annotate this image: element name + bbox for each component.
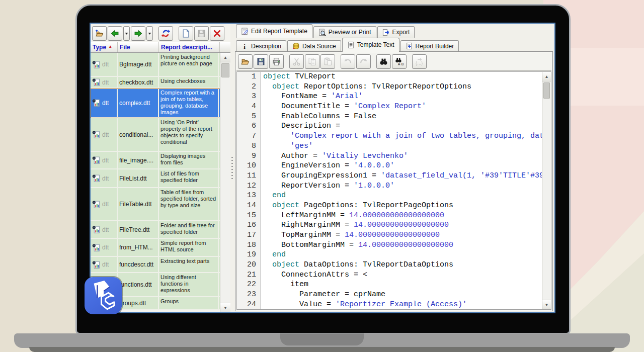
tab-label: Export (392, 29, 410, 36)
file-row-complex-dtt[interactable]: dttcomplex.dttComplex report with a join… (91, 89, 220, 118)
file-row-from-htm-[interactable]: dttfrom_HTM...Simple report from HTML so… (91, 239, 220, 257)
code-line: 9 Author = 'Vitaliy Levchenko' (237, 151, 551, 161)
code-line: 20 object DataOptions: TvlReportDataOpti… (237, 260, 551, 270)
tab-preview-or-print[interactable]: Preview or Print (313, 26, 376, 38)
tab-export[interactable]: Export (377, 26, 415, 38)
file-row-funcdescr-dtt[interactable]: dttfuncdescr.dttExtracting text parts (91, 257, 220, 273)
undo-button (341, 54, 355, 69)
template-text-icon (347, 41, 355, 49)
file-table-scrollbar[interactable]: ▲ ▼ (220, 53, 230, 312)
file-row-file-image-[interactable]: dttfile_image....Displaying images from … (91, 152, 220, 169)
tab-template-text[interactable]: Template Text (342, 38, 399, 52)
pc-logo-icon (85, 277, 122, 314)
refresh-button[interactable] (158, 26, 173, 41)
cut-icon (292, 57, 301, 66)
find-icon (379, 57, 388, 66)
back-button[interactable] (108, 26, 122, 41)
file-table: Type▲FileReport descripti... dttBgImage.… (91, 42, 230, 312)
file-row-bgimage-dtt[interactable]: dttBgImage.dttPrinting background pictur… (91, 53, 220, 77)
tab-data-source[interactable]: Data Source (287, 40, 341, 51)
folder-open-new-icon (95, 29, 104, 38)
code-text: DocumentTitle = 'Complex Report' (261, 102, 426, 112)
tab-report-builder[interactable]: Report Builder (400, 40, 459, 51)
scrollbar-thumb[interactable] (221, 63, 229, 77)
column-header-reportdescripti[interactable]: Report descripti... (159, 42, 220, 52)
database-icon (292, 42, 300, 50)
scroll-up-icon[interactable]: ▲ (220, 53, 230, 62)
replace-button[interactable]: A·B (392, 54, 407, 69)
file-type-label: dtt (102, 100, 109, 107)
code-line: 15 LeftMarginMM = 14.000000000000000000 (237, 211, 551, 221)
file-type-cell: dtt (91, 188, 118, 220)
file-name-cell: FileTree.dtt (118, 221, 159, 238)
file-type-label: dtt (102, 175, 109, 182)
scroll-down-icon[interactable]: ▼ (220, 303, 230, 312)
column-header-file[interactable]: File (118, 42, 159, 52)
scroll-down-icon[interactable]: ▼ (542, 300, 551, 309)
code-text: EnableColumns = False (261, 112, 376, 122)
delete-report-button[interactable] (210, 26, 224, 41)
code-text: ConnectionAttrs = < (261, 270, 367, 280)
save-report-button (194, 26, 209, 41)
file-description-cell: Complex report with a join of two tables… (159, 89, 219, 117)
file-type-cell: dtt (91, 53, 118, 76)
line-number: 5 (237, 112, 261, 122)
redo-button (356, 54, 371, 69)
file-row-filelist-dtt[interactable]: dttFileList.dttList of files from specif… (91, 169, 220, 188)
editor-scrollbar[interactable]: ▲ ▼ (542, 72, 551, 309)
line-number: 4 (237, 102, 261, 112)
app-window: Type▲FileReport descripti... dttBgImage.… (90, 23, 555, 313)
code-editor[interactable]: 1object TVLReport2 object ReportOptions:… (236, 71, 551, 310)
svg-text:{...}: {...} (416, 60, 423, 66)
dtt-doc-icon (92, 60, 101, 69)
open-report-button[interactable] (92, 26, 107, 41)
forward-menu-button[interactable] (146, 26, 153, 41)
caret-down-icon (147, 31, 152, 36)
file-description-cell: Using 'On Print' property of the report … (159, 118, 219, 151)
report-builder-icon (406, 42, 413, 50)
dtt-doc-icon (92, 260, 101, 269)
new-document-icon (182, 29, 190, 38)
find-button[interactable] (376, 54, 391, 69)
code-text: BottomMarginMM = 14.000000000000000000 (261, 240, 453, 250)
back-menu-button[interactable] (123, 26, 130, 41)
folder-open-icon (241, 57, 250, 66)
laptop-base-notch (280, 333, 364, 345)
file-type-cell: dtt (91, 152, 118, 168)
line-number: 8 (237, 141, 261, 151)
column-header-type[interactable]: Type▲ (91, 42, 118, 52)
print-button[interactable] (269, 54, 284, 69)
line-number: 22 (237, 280, 261, 290)
file-name-cell: funcdescr.dtt (118, 257, 159, 272)
file-type-label: dtt (102, 157, 109, 164)
panel-splitter[interactable] (230, 24, 234, 312)
file-type-cell: dtt (91, 77, 118, 87)
code-area[interactable]: 1object TVLReport2 object ReportOptions:… (237, 72, 551, 309)
file-row-filetree-dtt[interactable]: dttFileTree.dttFolder and file tree for … (91, 221, 220, 239)
scrollbar-thumb[interactable] (543, 82, 550, 99)
laptop-base-lip (29, 347, 615, 352)
dtt-doc-icon (92, 174, 101, 183)
code-line: 2 object ReportOptions: TvlReportReportO… (237, 82, 551, 92)
file-row-filetable-dtt[interactable]: dttFileTable.dttTable of files from spec… (91, 188, 220, 221)
forward-button[interactable] (131, 26, 145, 41)
file-row-checkbox-dtt[interactable]: dttcheckbox.dttUsing checkboxes (91, 77, 220, 89)
file-description-cell: List of files from specified folder (159, 169, 219, 187)
line-number: 16 (237, 220, 261, 230)
open-button[interactable] (238, 54, 253, 69)
file-type-cell: dtt (91, 239, 118, 256)
new-report-button[interactable] (179, 26, 193, 41)
file-row-conditional-[interactable]: dttconditional...Using 'On Print' proper… (91, 118, 220, 152)
tab-description[interactable]: iDescription (236, 40, 286, 51)
dtt-doc-icon (92, 156, 101, 164)
line-number: 13 (237, 191, 261, 201)
tab-edit-report-template[interactable]: Edit Report Template (236, 24, 312, 38)
code-text: FontName = 'Arial' (261, 92, 363, 102)
scroll-up-icon[interactable]: ▲ (542, 72, 551, 81)
code-text: LeftMarginMM = 14.000000000000000000 (261, 211, 444, 221)
dtt-doc-icon (92, 225, 101, 234)
sort-ascending-icon: ▲ (108, 44, 112, 50)
file-description-cell: Groups (159, 297, 219, 309)
save-button[interactable] (254, 54, 268, 69)
print-icon (272, 57, 281, 66)
